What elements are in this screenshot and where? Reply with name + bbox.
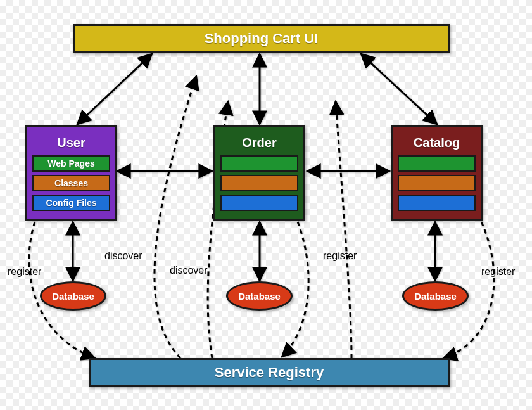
user-register-label: register	[8, 266, 41, 278]
order-service-box: Order	[213, 125, 305, 221]
svg-line-0	[77, 54, 152, 124]
catalog-database-label: Database	[414, 291, 457, 302]
user-slot-classes-label: Classes	[54, 178, 88, 188]
user-service-box: User Web Pages Classes Config Files	[25, 125, 117, 221]
user-slot-web-pages-label: Web Pages	[48, 158, 94, 169]
service-registry-label: Service Registry	[215, 364, 324, 381]
user-database: Database	[40, 281, 106, 311]
service-registry-box: Service Registry	[89, 358, 450, 387]
svg-line-2	[361, 54, 437, 124]
catalog-slot-2	[398, 175, 476, 191]
order-register-label: register	[323, 250, 357, 262]
shopping-cart-ui-label: Shopping Cart UI	[205, 30, 319, 47]
catalog-service-title: Catalog	[414, 136, 460, 150]
user-discover-label: discover	[104, 250, 142, 262]
order-slot-2	[220, 175, 298, 191]
catalog-register-label: register	[481, 266, 515, 278]
order-database: Database	[226, 281, 293, 311]
user-slot-classes: Classes	[32, 175, 110, 191]
user-slot-web-pages: Web Pages	[32, 155, 110, 172]
shopping-cart-ui-box: Shopping Cart UI	[73, 24, 450, 53]
order-slot-3	[220, 195, 298, 211]
order-discover-label: discover	[170, 265, 208, 276]
user-slot-config-files: Config Files	[32, 195, 110, 211]
user-slot-config-files-label: Config Files	[46, 198, 96, 208]
order-service-title: Order	[242, 136, 276, 150]
user-database-label: Database	[52, 291, 94, 302]
catalog-slot-1	[398, 155, 476, 172]
order-database-label: Database	[238, 291, 281, 302]
catalog-service-box: Catalog	[391, 125, 483, 221]
order-slot-1	[220, 155, 298, 172]
user-service-title: User	[57, 136, 85, 150]
catalog-slot-3	[398, 195, 476, 211]
catalog-database: Database	[402, 281, 469, 311]
